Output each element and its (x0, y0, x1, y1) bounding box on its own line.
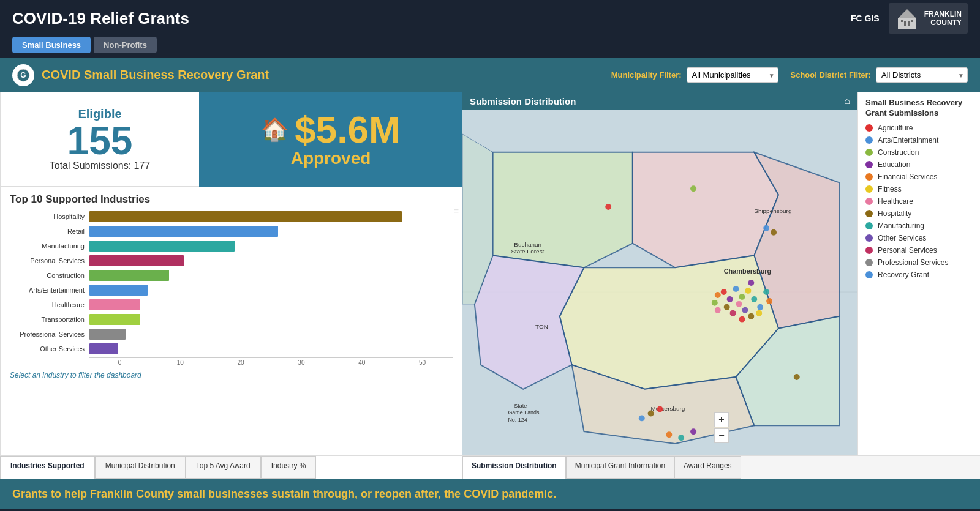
municipality-select-wrapper: All Municipalities ▼ (687, 67, 778, 83)
legend-item[interactable]: Other Services (865, 234, 973, 242)
bar-row[interactable]: Other Services (10, 343, 453, 355)
svg-point-44 (648, 411, 654, 417)
bar-row[interactable]: Hospitality (10, 211, 453, 223)
bar-fill (89, 270, 169, 281)
legend-dot (865, 222, 873, 229)
legend-item[interactable]: Recovery Grant (865, 270, 973, 279)
total-submissions: Total Submissions: 177 (50, 160, 151, 171)
legend-dot (865, 234, 873, 242)
bar-fill (89, 343, 118, 354)
svg-text:TON: TON (535, 323, 548, 330)
legend-dot (865, 185, 873, 193)
chart-tab[interactable]: Industries Supported (0, 456, 95, 479)
bar-label: Hospitality (10, 213, 89, 220)
map-home-button[interactable]: ⌂ (844, 95, 850, 106)
bar-row[interactable]: Manufacturing (10, 240, 453, 252)
svg-text:State Forest: State Forest (511, 248, 544, 255)
svg-rect-0 (898, 18, 916, 29)
chart-tab[interactable]: Industry % (261, 456, 317, 479)
bar-row[interactable]: Professional Services (10, 328, 453, 340)
chart-title: Top 10 Supported Industries (10, 193, 453, 206)
svg-text:Game Lands: Game Lands (508, 409, 540, 416)
zoom-in-button[interactable]: + (714, 412, 729, 427)
legend-dot (865, 149, 873, 156)
legend-label: Professional Services (878, 258, 948, 267)
bar-container (89, 329, 453, 340)
legend-item[interactable]: Education (865, 160, 973, 169)
svg-point-21 (733, 286, 739, 292)
legend-item[interactable]: Manufacturing (865, 222, 973, 230)
legend-dot (865, 136, 873, 144)
bar-container (89, 241, 453, 252)
legend-item[interactable]: Hospitality (865, 209, 973, 218)
bar-row[interactable]: Arts/Entertainment (10, 284, 453, 296)
bar-container (89, 299, 453, 310)
school-district-filter-select[interactable]: All Districts (876, 67, 968, 83)
franklin-county-logo: FRANKLIN COUNTY (889, 3, 968, 34)
map-tab[interactable]: Award Ranges (674, 456, 741, 479)
x-axis-tick: 50 (392, 358, 453, 366)
building-icon (895, 6, 919, 31)
bar-row[interactable]: Personal Services (10, 255, 453, 267)
chart-tab[interactable]: Municipal Distribution (95, 456, 186, 479)
legend-item[interactable]: Healthcare (865, 197, 973, 206)
bar-row[interactable]: Construction (10, 269, 453, 282)
legend-items: AgricultureArts/EntertainmentConstructio… (865, 124, 973, 279)
svg-point-48 (690, 428, 696, 435)
legend-item[interactable]: Personal Services (865, 246, 973, 255)
municipality-filter-select[interactable]: All Municipalities (687, 67, 778, 83)
x-axis-tick: 40 (331, 358, 392, 366)
svg-text:No. 124: No. 124 (508, 417, 527, 423)
svg-rect-3 (908, 21, 910, 26)
svg-point-45 (657, 406, 663, 412)
bar-container (89, 270, 453, 281)
map-and-legend: Submission Distribution ⌂ (462, 92, 980, 455)
legend-dot (865, 247, 873, 254)
x-axis-tick: 30 (271, 358, 331, 366)
bar-label: Other Services (10, 345, 89, 352)
chart-tab[interactable]: Top 5 Avg Award (186, 456, 261, 479)
legend-item[interactable]: Professional Services (865, 258, 973, 267)
amount-label: Approved (291, 149, 371, 168)
chart-tabs: Industries SupportedMunicipal Distributi… (0, 455, 462, 479)
amount-value: $5.6M (295, 111, 400, 149)
legend-label: Agriculture (878, 124, 913, 132)
bar-row[interactable]: Transportation (10, 313, 453, 326)
subheader-icon: G (12, 64, 34, 86)
bar-label: Transportation (10, 316, 89, 323)
header: COVID-19 Relief Grants FC GIS FRANKLIN C… (0, 0, 980, 37)
svg-point-25 (745, 288, 751, 294)
map-title: Submission Distribution (470, 96, 576, 106)
bar-row[interactable]: Healthcare (10, 299, 453, 311)
legend-item[interactable]: Fitness (865, 185, 973, 193)
map-svg: Chambersburg Shippensburg State Game Lan… (462, 110, 858, 455)
svg-text:Shippensburg: Shippensburg (754, 207, 791, 214)
bar-fill (89, 255, 184, 266)
map-background[interactable]: Chambersburg Shippensburg State Game Lan… (462, 110, 858, 455)
legend-item[interactable]: Financial Services (865, 173, 973, 181)
svg-point-31 (757, 304, 763, 310)
legend-item[interactable]: Agriculture (865, 124, 973, 132)
legend-item[interactable]: Construction (865, 148, 973, 157)
svg-rect-2 (904, 21, 907, 26)
svg-rect-4 (901, 20, 903, 22)
legend-item[interactable]: Arts/Entertainment (865, 136, 973, 144)
bar-row[interactable]: Retail (10, 225, 453, 237)
eligible-number: 155 (67, 121, 133, 160)
stats-row: Eligible 155 Total Submissions: 177 🏠 $5… (0, 92, 462, 187)
map-tab[interactable]: Municipal Grant Information (566, 456, 674, 479)
map-tab[interactable]: Submission Distribution (462, 456, 566, 479)
chart-area: Top 10 Supported Industries HospitalityR… (0, 187, 462, 455)
bar-fill (89, 314, 140, 325)
legend-label: Education (878, 160, 910, 169)
tab-non-profits[interactable]: Non-Profits (94, 37, 157, 53)
legend-dot (865, 210, 873, 217)
zoom-out-button[interactable]: − (714, 428, 729, 443)
svg-text:G: G (20, 71, 26, 80)
bar-container (89, 226, 453, 237)
legend-label: Arts/Entertainment (878, 136, 938, 144)
map-tabs: Submission DistributionMunicipal Grant I… (462, 455, 980, 479)
tab-small-business[interactable]: Small Business (12, 37, 91, 53)
legend-label: Healthcare (878, 197, 913, 206)
main-content: Eligible 155 Total Submissions: 177 🏠 $5… (0, 92, 980, 479)
